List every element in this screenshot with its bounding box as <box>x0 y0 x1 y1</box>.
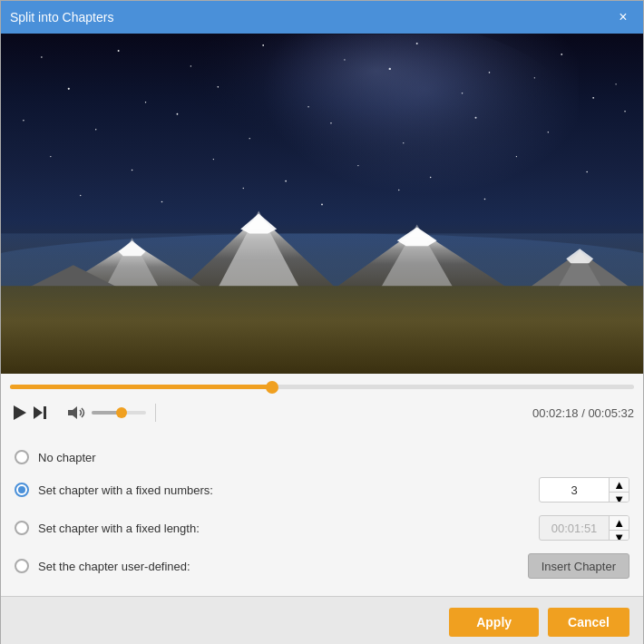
progress-track[interactable] <box>10 385 634 389</box>
current-time: 00:02:18 <box>532 406 579 420</box>
dialog: Split into Chapters × <box>0 0 644 644</box>
dialog-title: Split into Chapters <box>10 10 113 24</box>
video-preview <box>1 34 643 374</box>
svg-point-28 <box>624 111 626 112</box>
fixed-length-radio[interactable] <box>15 521 29 535</box>
close-button[interactable]: × <box>612 6 634 28</box>
fixed-length-spinbox-arrows: ▲ ▼ <box>609 516 629 540</box>
progress-thumb[interactable] <box>266 381 278 394</box>
svg-point-25 <box>403 142 404 143</box>
progress-fill <box>10 385 272 389</box>
svg-point-10 <box>561 54 562 55</box>
apply-button[interactable]: Apply <box>449 608 539 637</box>
svg-point-6 <box>262 44 264 46</box>
svg-point-26 <box>475 117 477 119</box>
fixed-numbers-row: Set chapter with a fixed numbers: 3 ▲ ▼ <box>15 471 629 509</box>
cancel-button[interactable]: Cancel <box>548 608 629 637</box>
svg-point-41 <box>398 190 399 190</box>
chapter-options: No chapter Set chapter with a fixed numb… <box>1 433 643 596</box>
svg-point-21 <box>95 129 96 130</box>
svg-point-42 <box>484 199 486 200</box>
svg-point-16 <box>389 68 391 70</box>
fixed-numbers-spinbox[interactable]: 3 ▲ ▼ <box>539 477 629 503</box>
user-defined-label: Set the chapter user-defined: <box>38 560 528 573</box>
svg-point-32 <box>285 181 287 182</box>
svg-point-12 <box>68 88 70 90</box>
volume-icon <box>68 405 86 420</box>
divider <box>155 404 156 422</box>
play-button[interactable] <box>10 402 30 424</box>
svg-point-37 <box>80 195 81 196</box>
playback-controls: 00:02:18 / 00:05:32 <box>10 396 634 433</box>
mountain-illustration <box>1 34 643 374</box>
no-chapter-radio[interactable] <box>15 450 29 464</box>
skip-forward-icon <box>34 406 46 419</box>
fixed-length-spinbox-down[interactable]: ▼ <box>610 531 629 541</box>
svg-point-38 <box>161 201 163 203</box>
fixed-length-row: Set chapter with a fixed length: 00:01:5… <box>15 509 629 547</box>
svg-point-35 <box>516 156 517 157</box>
svg-point-8 <box>416 43 418 44</box>
no-chapter-label: No chapter <box>38 451 629 464</box>
svg-point-27 <box>548 132 549 132</box>
radio-inner <box>18 486 25 493</box>
svg-point-22 <box>177 113 179 115</box>
svg-point-23 <box>249 138 250 139</box>
volume-area <box>68 405 146 420</box>
controls-area: 00:02:18 / 00:05:32 <box>1 374 643 433</box>
skip-forward-button[interactable] <box>30 403 50 423</box>
insert-chapter-button[interactable]: Insert Chapter <box>528 553 629 579</box>
svg-point-13 <box>145 102 146 102</box>
fixed-length-value: 00:01:51 <box>540 522 609 535</box>
fixed-length-spinbox-up[interactable]: ▲ <box>610 516 629 531</box>
volume-track[interactable] <box>92 411 146 415</box>
svg-point-9 <box>489 72 491 73</box>
spinbox-down[interactable]: ▼ <box>610 493 629 503</box>
spinbox-up[interactable]: ▲ <box>610 478 629 493</box>
no-chapter-row: No chapter <box>15 444 629 471</box>
svg-point-33 <box>357 165 358 166</box>
svg-point-17 <box>462 93 463 94</box>
svg-point-4 <box>118 50 120 52</box>
fixed-numbers-label: Set chapter with a fixed numbers: <box>38 483 539 497</box>
play-icon <box>14 405 26 420</box>
progress-bar-container <box>10 374 634 396</box>
svg-marker-60 <box>68 406 77 419</box>
svg-point-7 <box>344 59 345 60</box>
total-time: 00:05:32 <box>588 406 634 420</box>
fixed-numbers-radio[interactable] <box>15 483 29 497</box>
svg-point-18 <box>534 77 535 78</box>
svg-point-31 <box>213 159 214 160</box>
svg-point-15 <box>307 106 308 107</box>
svg-point-36 <box>586 171 588 173</box>
svg-rect-57 <box>1 286 643 374</box>
svg-point-30 <box>132 170 133 171</box>
svg-point-19 <box>592 97 594 99</box>
svg-point-24 <box>330 122 332 124</box>
svg-point-29 <box>50 156 51 157</box>
fixed-length-label: Set chapter with a fixed length: <box>38 522 539 535</box>
fixed-length-spinbox[interactable]: 00:01:51 ▲ ▼ <box>539 515 629 541</box>
spinbox-arrows: ▲ ▼ <box>609 478 629 502</box>
svg-point-39 <box>243 188 244 189</box>
svg-point-3 <box>41 56 43 58</box>
user-defined-radio[interactable] <box>15 559 29 573</box>
fixed-numbers-value: 3 <box>540 483 609 497</box>
footer: Apply Cancel <box>1 596 643 644</box>
title-bar: Split into Chapters × <box>1 1 643 34</box>
svg-point-5 <box>190 65 191 66</box>
volume-thumb[interactable] <box>116 407 127 418</box>
svg-point-34 <box>430 177 432 179</box>
svg-point-11 <box>615 83 616 84</box>
time-display: 00:02:18 / 00:05:32 <box>532 406 634 420</box>
svg-point-20 <box>23 120 24 122</box>
svg-point-14 <box>218 86 220 88</box>
svg-point-40 <box>321 204 323 206</box>
user-defined-row: Set the chapter user-defined: Insert Cha… <box>15 547 629 585</box>
